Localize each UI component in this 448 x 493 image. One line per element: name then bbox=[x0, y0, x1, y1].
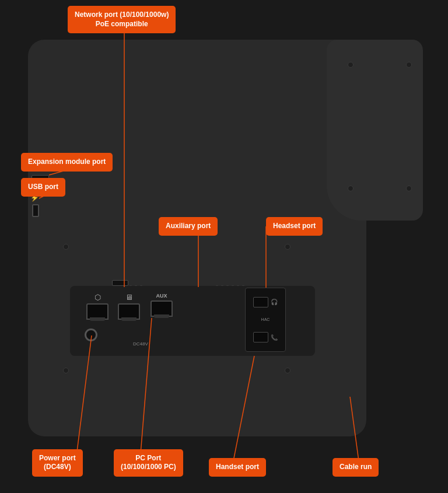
phone-handset-icon: 📞 bbox=[271, 334, 278, 341]
power-port bbox=[85, 328, 97, 341]
aux-label-top: AUX bbox=[156, 293, 167, 299]
network-port-label: Network port (10/100/1000w) PoE compatib… bbox=[68, 6, 176, 33]
screw-bl bbox=[348, 186, 354, 191]
cable-run-label: Cable run bbox=[332, 458, 379, 477]
headset-module: 🎧 HAC 📞 bbox=[245, 288, 286, 352]
handset-port-label: Handset port bbox=[209, 458, 266, 477]
network-port-icon: ⬡ bbox=[94, 293, 101, 302]
pc-port bbox=[118, 303, 140, 320]
diagram-container: ⬡ 🖥 AUX DC48V 🎧 HAC 📞 ⚡ bbox=[0, 0, 448, 493]
headset-mini-port-1 bbox=[253, 297, 268, 307]
pc-port-label: PC Port (10/100/1000 PC) bbox=[114, 449, 183, 477]
network-port-group: ⬡ bbox=[86, 293, 108, 320]
usb-port-label: USB port bbox=[21, 178, 65, 197]
phone-screw-4 bbox=[285, 368, 290, 373]
pc-port-icon: 🖥 bbox=[125, 293, 133, 302]
headphone-icon: 🎧 bbox=[271, 299, 278, 305]
hac-label: HAC bbox=[261, 317, 270, 321]
phone-screw-2 bbox=[285, 244, 290, 250]
headset-port-label: Headset port bbox=[266, 217, 323, 236]
phone-screw-1 bbox=[63, 244, 69, 250]
network-port bbox=[86, 303, 108, 320]
usb-port bbox=[32, 204, 39, 217]
headset-mini-port-2 bbox=[253, 332, 268, 342]
headset-row-bottom: 📞 bbox=[248, 332, 283, 342]
power-port-label: Power port (DC48V) bbox=[32, 449, 83, 477]
screw-tl bbox=[348, 62, 354, 68]
lock-slot bbox=[112, 280, 128, 286]
headset-row-top: 🎧 bbox=[248, 297, 283, 307]
phone-screw-3 bbox=[63, 368, 69, 373]
pc-port-group: 🖥 bbox=[118, 293, 140, 320]
dc48v-label: DC48V bbox=[133, 341, 148, 347]
aux-port-group: AUX bbox=[150, 293, 173, 317]
auxiliary-port-label: Auxiliary port bbox=[159, 217, 218, 236]
screw-tr bbox=[406, 62, 412, 68]
phone-back bbox=[28, 40, 366, 436]
aux-port bbox=[150, 300, 173, 317]
expansion-module-port-label: Expansion module port bbox=[21, 153, 113, 172]
screw-br bbox=[406, 186, 412, 191]
